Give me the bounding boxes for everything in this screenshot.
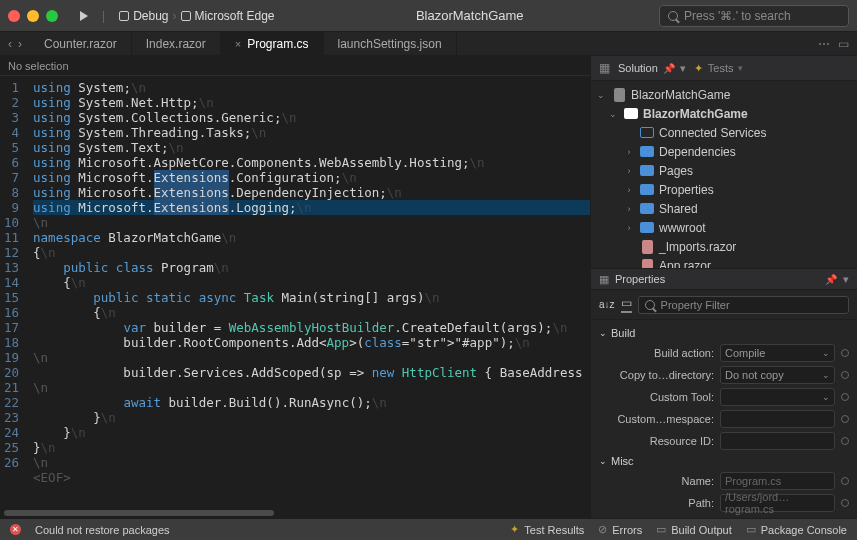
test-results-button[interactable]: ✦Test Results (510, 523, 584, 536)
prop-name-reset-icon[interactable] (841, 477, 849, 485)
prop-path: Path: /Users/jord…rogram.cs (599, 492, 849, 514)
tree-item-properties[interactable]: ›Properties (591, 180, 857, 199)
minimize-window-button[interactable] (27, 10, 39, 22)
tab-counter-razor[interactable]: Counter.razor (30, 32, 132, 55)
prop-name-input[interactable]: Program.cs (720, 472, 835, 490)
tab-index-razor[interactable]: Index.razor (132, 32, 221, 55)
search-icon (645, 300, 655, 310)
editor-pane: No selection 123456789101112131415161718… (0, 56, 590, 518)
package-console-button[interactable]: ▭Package Console (746, 523, 847, 536)
config-label: Debug (133, 9, 168, 23)
solution-tree[interactable]: ⌄BlazorMatchGame⌄BlazorMatchGameConnecte… (591, 81, 857, 268)
window-controls (8, 10, 58, 22)
search-placeholder: Press '⌘.' to search (684, 9, 791, 23)
editor-tabs: ‹ › Counter.razorIndex.razor×Program.csl… (0, 32, 857, 56)
tree-item-pages[interactable]: ›Pages (591, 161, 857, 180)
build-output-button[interactable]: ▭Build Output (656, 523, 732, 536)
target-label: Microsoft Edge (195, 9, 275, 23)
solution-root[interactable]: ⌄BlazorMatchGame (591, 85, 857, 104)
close-window-button[interactable] (8, 10, 20, 22)
tree-item-app-razor[interactable]: App.razor (591, 256, 857, 268)
code-body[interactable]: using System;\nusing System.Net.Http;\nu… (29, 76, 590, 508)
prop-build_action: Build action: Compile⌄ (599, 342, 849, 364)
prop-resource_id-reset-icon[interactable] (841, 437, 849, 445)
prop-path-reset-icon[interactable] (841, 499, 849, 507)
prop-custom_tool-reset-icon[interactable] (841, 393, 849, 401)
nav-forward-button[interactable]: › (18, 37, 22, 51)
run-button[interactable] (74, 8, 94, 24)
nav-back-button[interactable]: ‹ (8, 37, 12, 51)
solution-tab[interactable]: Solution 📌 ▾ (618, 62, 686, 75)
properties-list: ⌄Build Build action: Compile⌄ Copy to…di… (591, 320, 857, 518)
prop-custom_tool-input[interactable]: ⌄ (720, 388, 835, 406)
categorized-button[interactable]: ▭ (621, 296, 632, 313)
toolbar: | Debug › Microsoft Edge BlazorMatchGame… (0, 0, 857, 32)
tab-launchsettings-json[interactable]: launchSettings.json (324, 32, 457, 55)
build-section-header[interactable]: ⌄Build (599, 324, 849, 342)
property-filter-input[interactable]: Property Filter (638, 296, 849, 314)
properties-header[interactable]: ▦ Properties 📌 ▾ (591, 268, 857, 290)
prop-copy_dir: Copy to…directory: Do not copy⌄ (599, 364, 849, 386)
side-panel: ▦ Solution 📌 ▾ ✦ Tests ▾ ⌄BlazorMatchGam… (590, 56, 857, 518)
tab-overflow-button[interactable]: ⋯ (818, 37, 830, 51)
app-title: BlazorMatchGame (289, 8, 651, 23)
split-editor-button[interactable]: ▭ (838, 37, 849, 51)
prop-custom_tool: Custom Tool: ⌄ (599, 386, 849, 408)
prop-name: Name: Program.cs (599, 470, 849, 492)
misc-section-header[interactable]: ⌄Misc (599, 452, 849, 470)
line-gutter: 1234567891011121314151617181920212223242… (0, 76, 29, 508)
prop-copy_dir-reset-icon[interactable] (841, 371, 849, 379)
tests-tab[interactable]: ✦ Tests ▾ (694, 62, 744, 75)
horizontal-scrollbar[interactable] (0, 508, 590, 518)
tab-program-cs[interactable]: ×Program.cs (221, 32, 324, 55)
zoom-window-button[interactable] (46, 10, 58, 22)
global-search[interactable]: Press '⌘.' to search (659, 5, 849, 27)
tree-item-connected-services[interactable]: Connected Services (591, 123, 857, 142)
tree-item-wwwroot[interactable]: ›wwwroot (591, 218, 857, 237)
device-icon (119, 11, 129, 21)
code-editor[interactable]: 1234567891011121314151617181920212223242… (0, 76, 590, 508)
prop-custom_ns-reset-icon[interactable] (841, 415, 849, 423)
prop-build_action-input[interactable]: Compile⌄ (720, 344, 835, 362)
prop-resource_id-input[interactable] (720, 432, 835, 450)
play-icon (80, 11, 88, 21)
prop-custom_ns-input[interactable] (720, 410, 835, 428)
close-tab-icon[interactable]: × (235, 38, 241, 50)
status-bar: ✕ Could not restore packages ✦Test Resul… (0, 518, 857, 540)
browser-icon (181, 11, 191, 21)
tree-item-_imports-razor[interactable]: _Imports.razor (591, 237, 857, 256)
breadcrumb[interactable]: No selection (0, 56, 590, 76)
prop-copy_dir-input[interactable]: Do not copy⌄ (720, 366, 835, 384)
prop-resource_id: Resource ID: (599, 430, 849, 452)
tree-item-dependencies[interactable]: ›Dependencies (591, 142, 857, 161)
errors-button[interactable]: ⊘Errors (598, 523, 642, 536)
prop-custom_ns: Custom…mespace: (599, 408, 849, 430)
error-icon: ✕ (10, 524, 21, 535)
project-node[interactable]: ⌄BlazorMatchGame (591, 104, 857, 123)
status-message: Could not restore packages (35, 524, 170, 536)
prop-path-input[interactable]: /Users/jord…rogram.cs (720, 494, 835, 512)
prop-build_action-reset-icon[interactable] (841, 349, 849, 357)
config-selector[interactable]: Debug › Microsoft Edge (113, 6, 280, 26)
sort-az-button[interactable]: a↓z (599, 299, 615, 310)
tree-item-shared[interactable]: ›Shared (591, 199, 857, 218)
search-icon (668, 11, 678, 21)
